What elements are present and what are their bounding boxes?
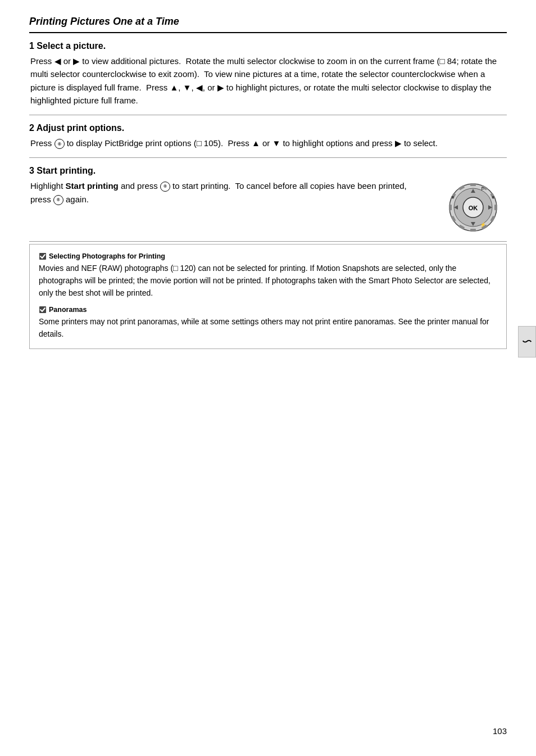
step-1-header: 1 Select a picture. (29, 41, 507, 51)
page-number: 103 (493, 726, 507, 736)
svg-text:F: F (481, 186, 484, 192)
step-3-layout: Highlight Start printing and press ® to … (29, 179, 507, 233)
page-title: Printing Pictures One at a Time (29, 16, 507, 28)
note-panoramas-title: Panoramas (39, 306, 497, 314)
step-3-heading: Start printing. (37, 166, 96, 175)
note-check-icon-1 (39, 252, 47, 260)
step-3-camera-dial: OK F ⚡ ■ ■ (439, 182, 507, 233)
step-1-body: Press ◀ or ▶ to view additional pictures… (30, 55, 507, 107)
side-tab: 〜 (518, 326, 536, 357)
step-2-heading: Adjust print options. (37, 123, 124, 133)
page-container: Printing Pictures One at a Time 1 Select… (0, 0, 536, 372)
note-selecting-title: Selecting Photographs for Printing (39, 252, 497, 260)
step-3-header: 3 Start printing. (29, 166, 507, 176)
note-box: Selecting Photographs for Printing Movie… (29, 244, 507, 348)
step-1-number: 1 (29, 41, 34, 51)
step-3-number: 3 (29, 166, 34, 175)
ok-button-symbol-1: ® (54, 139, 65, 149)
svg-text:⚡: ⚡ (480, 221, 487, 228)
note-selecting: Selecting Photographs for Printing Movie… (39, 252, 497, 299)
note-panoramas-body: Some printers may not print panoramas, w… (39, 316, 497, 340)
svg-rect-2 (470, 183, 476, 186)
note-selecting-title-text: Selecting Photographs for Printing (49, 252, 165, 260)
note-check-icon-2 (39, 306, 47, 314)
start-printing-bold: Start printing (66, 181, 119, 191)
svg-rect-11 (449, 205, 452, 210)
step-3-text: Highlight Start printing and press ® to … (30, 179, 428, 206)
wave-icon: 〜 (522, 335, 532, 348)
svg-rect-5 (494, 205, 497, 210)
note-panoramas-title-text: Panoramas (49, 306, 87, 314)
svg-text:■: ■ (492, 194, 495, 200)
step-2-header: 2 Adjust print options. (29, 123, 507, 133)
svg-text:OK: OK (469, 205, 478, 211)
step-3-section: 3 Start printing. Highlight Start printi… (29, 158, 507, 242)
note-panoramas: Panoramas Some printers may not print pa… (39, 306, 497, 340)
svg-rect-8 (470, 229, 476, 232)
ok-button-symbol-3: ® (53, 195, 63, 205)
ok-button-symbol-2: ® (160, 182, 170, 192)
svg-text:■: ■ (452, 194, 455, 200)
step-2-number: 2 (29, 123, 34, 133)
step-2-section: 2 Adjust print options. Press ® to displ… (29, 115, 507, 158)
note-selecting-body: Movies and NEF (RAW) photographs (□ 120)… (39, 262, 497, 299)
step-2-body: Press ® to display PictBridge print opti… (30, 137, 507, 150)
step-1-heading: Select a picture. (37, 41, 106, 51)
step-1-section: 1 Select a picture. Press ◀ or ▶ to view… (29, 33, 507, 115)
camera-dial-svg: OK F ⚡ ■ ■ (442, 182, 504, 233)
